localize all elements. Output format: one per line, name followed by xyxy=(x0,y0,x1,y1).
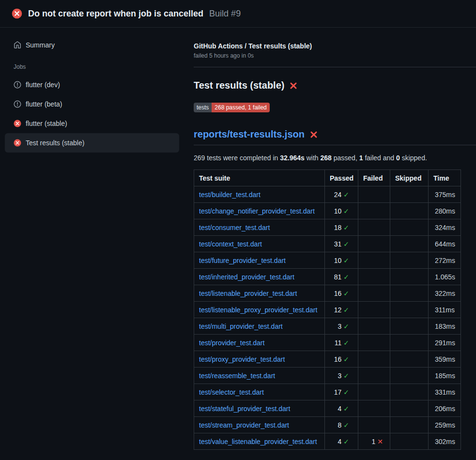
failed-cell xyxy=(358,400,390,417)
passed-cell: 10 ✓ xyxy=(325,203,358,219)
table-row: test/future_provider_test.dart10 ✓272ms xyxy=(194,252,461,269)
passed-cell: 8 ✓ xyxy=(325,417,358,433)
table-row: test/listenable_provider_test.dart16 ✓32… xyxy=(194,285,461,302)
sidebar-item-job[interactable]: Test results (stable) xyxy=(5,133,179,153)
test-suite-cell: test/multi_provider_test.dart xyxy=(194,318,325,335)
report-file-link[interactable]: reports/test-results.json xyxy=(194,129,305,140)
failed-cell xyxy=(358,203,390,219)
passed-cell: 18 ✓ xyxy=(325,219,358,236)
build-title: Do not create report when job is cancell… xyxy=(28,9,203,19)
table-row: test/stateful_provider_test.dart4 ✓206ms xyxy=(194,400,461,417)
test-suite-cell: test/stateful_provider_test.dart xyxy=(194,400,325,417)
time-cell: 1.065s xyxy=(429,269,461,285)
failed-x-icon xyxy=(309,130,318,139)
test-suite-link[interactable]: test/stateful_provider_test.dart xyxy=(199,405,290,413)
job-label: Test results (stable) xyxy=(26,139,84,147)
summary-text-segment: with xyxy=(305,154,321,162)
skipped-cell xyxy=(390,203,429,219)
sidebar-item-summary[interactable]: Summary xyxy=(5,35,179,55)
build-header: Do not create report when job is cancell… xyxy=(0,0,476,28)
run-meta: failed 5 hours ago in 0s xyxy=(194,52,476,59)
failed-cell xyxy=(358,219,390,236)
check-icon: ✓ xyxy=(343,355,349,363)
table-row: test/inherited_provider_test.dart81 ✓1.0… xyxy=(194,269,461,285)
test-suite-link[interactable]: test/inherited_provider_test.dart xyxy=(199,273,294,281)
skipped-cell xyxy=(390,302,429,318)
time-cell: 280ms xyxy=(429,203,461,219)
sidebar-item-job[interactable]: flutter (stable) xyxy=(5,114,179,133)
test-suite-link[interactable]: test/listenable_proxy_provider_test.dart xyxy=(199,306,317,314)
breadcrumb: GitHub Actions / Test results (stable) xyxy=(194,42,476,50)
job-label: flutter (stable) xyxy=(26,120,67,127)
skipped-cell xyxy=(390,269,429,285)
test-suite-link[interactable]: test/selector_test.dart xyxy=(199,388,264,396)
neutral-status-icon xyxy=(14,81,21,89)
time-cell: 644ms xyxy=(429,236,461,252)
time-cell: 291ms xyxy=(429,335,461,351)
sidebar: Summary Jobs flutter (dev)flutter (beta)… xyxy=(0,28,184,153)
skipped-cell xyxy=(390,384,429,400)
skipped-cell xyxy=(390,186,429,203)
home-icon xyxy=(14,41,21,49)
test-suite-cell: test/listenable_proxy_provider_test.dart xyxy=(194,302,325,318)
skipped-cell xyxy=(390,400,429,417)
neutral-status-icon xyxy=(14,100,21,108)
check-icon: ✓ xyxy=(343,438,349,445)
test-suite-link[interactable]: test/change_notifier_provider_test.dart xyxy=(199,207,315,215)
summary-text-segment: 0 xyxy=(396,154,400,162)
passed-cell: 10 ✓ xyxy=(325,252,358,269)
summary-text-segment: 1 xyxy=(359,154,363,162)
column-header-time: Time xyxy=(429,170,461,186)
test-suite-link[interactable]: test/stream_provider_test.dart xyxy=(199,421,289,429)
column-header-test-suite: Test suite xyxy=(194,170,325,186)
check-icon: ✓ xyxy=(343,257,349,264)
passed-cell: 24 ✓ xyxy=(325,186,358,203)
passed-cell: 31 ✓ xyxy=(325,236,358,252)
check-icon: ✓ xyxy=(343,191,349,199)
test-suite-link[interactable]: test/builder_test.dart xyxy=(199,191,261,199)
passed-cell: 16 ✓ xyxy=(325,351,358,368)
test-suite-cell: test/selector_test.dart xyxy=(194,384,325,400)
column-header-skipped: Skipped xyxy=(390,170,429,186)
check-icon: ✓ xyxy=(343,207,349,215)
skipped-cell xyxy=(390,252,429,269)
x-circle-icon xyxy=(14,120,21,127)
report-heading: reports/test-results.json xyxy=(194,129,476,145)
check-icon: ✓ xyxy=(343,421,349,429)
summary-text-segment: 268 xyxy=(321,154,332,162)
test-suite-cell: test/change_notifier_provider_test.dart xyxy=(194,203,325,219)
sidebar-item-job[interactable]: flutter (beta) xyxy=(5,94,179,114)
test-suite-link[interactable]: test/value_listenable_provider_test.dart xyxy=(199,438,317,445)
check-icon: ✓ xyxy=(343,339,349,347)
jobs-section-label: Jobs xyxy=(5,55,179,75)
test-suite-link[interactable]: test/consumer_test.dart xyxy=(199,224,270,231)
check-icon: ✓ xyxy=(343,290,349,297)
test-suite-link[interactable]: test/proxy_provider_test.dart xyxy=(199,355,285,363)
time-cell: 322ms xyxy=(429,285,461,302)
time-cell: 324ms xyxy=(429,219,461,236)
test-suite-link[interactable]: test/listenable_provider_test.dart xyxy=(199,290,297,297)
test-suite-link[interactable]: test/future_provider_test.dart xyxy=(199,257,286,264)
table-row: test/consumer_test.dart18 ✓324ms xyxy=(194,219,461,236)
test-suite-cell: test/reassemble_test.dart xyxy=(194,368,325,384)
passed-cell: 81 ✓ xyxy=(325,269,358,285)
time-cell: 311ms xyxy=(429,302,461,318)
summary-text-segment: skipped. xyxy=(400,154,427,162)
sidebar-item-job[interactable]: flutter (dev) xyxy=(5,75,179,94)
time-cell: 272ms xyxy=(429,252,461,269)
failed-cell xyxy=(358,186,390,203)
test-suite-link[interactable]: test/provider_test.dart xyxy=(199,339,264,347)
passed-cell: 4 ✓ xyxy=(325,400,358,417)
check-icon: ✓ xyxy=(343,224,349,231)
passed-cell: 12 ✓ xyxy=(325,302,358,318)
tests-badge: tests 268 passed, 1 failed xyxy=(194,103,270,112)
check-icon: ✓ xyxy=(343,322,349,330)
skipped-cell xyxy=(390,219,429,236)
skipped-cell xyxy=(390,236,429,252)
skipped-cell xyxy=(390,433,429,450)
test-suite-link[interactable]: test/reassemble_test.dart xyxy=(199,372,275,380)
table-row: test/value_listenable_provider_test.dart… xyxy=(194,433,461,450)
test-suite-link[interactable]: test/context_test.dart xyxy=(199,240,262,248)
failed-cell xyxy=(358,384,390,400)
test-suite-link[interactable]: test/multi_provider_test.dart xyxy=(199,322,283,330)
